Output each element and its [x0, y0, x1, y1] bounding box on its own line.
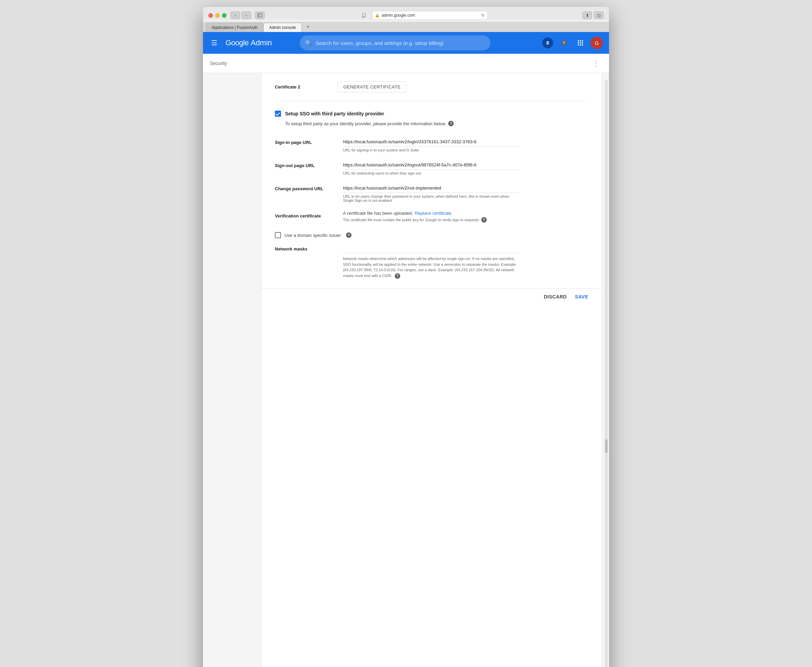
close-button[interactable]: [208, 13, 213, 18]
change-password-url-hint: URL to let users change their password i…: [343, 194, 520, 202]
svg-point-9: [577, 44, 579, 46]
discard-button[interactable]: DISCARD: [544, 294, 567, 299]
bookmark-button[interactable]: [360, 12, 369, 19]
hamburger-menu-button[interactable]: ☰: [208, 36, 220, 50]
signout-url-field-container: URL for redirecting users to when they s…: [343, 160, 520, 178]
address-bar-area: 🔒 admin.google.com ↻: [269, 11, 578, 20]
refresh-button[interactable]: ↻: [481, 13, 485, 18]
url-text: admin.google.com: [382, 13, 415, 18]
sso-title: Setup SSO with third party identity prov…: [285, 111, 384, 116]
svg-point-6: [577, 42, 579, 43]
svg-point-3: [577, 40, 579, 41]
tab-admin-console[interactable]: Admin console: [263, 23, 302, 32]
svg-rect-0: [258, 13, 262, 17]
back-button[interactable]: ‹: [231, 12, 240, 19]
signin-url-row: Sign-in page URL URL for signing in to y…: [275, 134, 588, 158]
replace-certificate-link[interactable]: Replace certificate: [415, 211, 451, 216]
breadcrumb: Security: [210, 61, 227, 66]
help-icon: ?: [561, 40, 567, 46]
tab-fusionauth[interactable]: Applications | FusionAuth: [206, 23, 263, 32]
change-password-url-label: Change password URL: [275, 183, 343, 191]
shield-icon: 8: [542, 37, 553, 48]
main-content: Certificate 2 GENERATE CERTIFICATE Setup…: [261, 73, 602, 667]
header-icons: 8 ? G: [541, 36, 604, 50]
tabs-bar: Applications | FusionAuth Admin console …: [203, 22, 609, 32]
page-body: Security ⋮ Certificate 2 GENERATE CERTIF…: [203, 54, 609, 667]
scrollbar-thumb[interactable]: [605, 439, 607, 453]
cert-hint-help-icon[interactable]: ?: [481, 217, 487, 222]
sidebar-toggle-button[interactable]: [255, 12, 265, 19]
right-spacer: [602, 73, 609, 667]
fullscreen-button[interactable]: ⊡: [594, 12, 604, 19]
traffic-lights: [208, 13, 226, 18]
signout-url-hint: URL for redirecting users to when they s…: [343, 171, 520, 175]
left-sidebar: [203, 73, 261, 667]
avatar[interactable]: G: [590, 36, 604, 50]
share-button[interactable]: ⬆: [582, 12, 592, 19]
signin-url-hint: URL for signing in to your system and G …: [343, 148, 520, 152]
change-password-url-field-container: URL to let users change their password i…: [343, 183, 520, 205]
signout-url-input[interactable]: [343, 160, 520, 170]
sso-description-help-icon[interactable]: ?: [448, 121, 454, 126]
sso-checkbox[interactable]: [275, 111, 281, 117]
generate-certificate-button[interactable]: GENERATE CERTIFICATE: [338, 81, 406, 93]
add-tab-button[interactable]: +: [303, 22, 313, 32]
form-fields: Sign-in page URL URL for signing in to y…: [275, 134, 588, 281]
help-button[interactable]: ?: [557, 36, 571, 50]
svg-rect-2: [363, 13, 365, 17]
google-admin-header: ☰ Google Admin 🔍 8 ?: [203, 32, 609, 54]
address-bar[interactable]: 🔒 admin.google.com ↻: [372, 11, 488, 20]
domain-issuer-label: Use a domain specific issuer: [285, 233, 341, 238]
cert-status-text: A certificate file has been uploaded.: [343, 211, 413, 216]
save-button[interactable]: SAVE: [575, 294, 588, 299]
sso-header: Setup SSO with third party identity prov…: [275, 111, 588, 117]
domain-issuer-checkbox[interactable]: [275, 232, 281, 238]
domain-issuer-help-icon[interactable]: ?: [346, 232, 351, 238]
title-bar: ‹ › 🔒 admin.google.com ↻ ⬆: [203, 7, 609, 20]
network-masks-hint: Network masks determine which addresses …: [343, 256, 520, 279]
svg-point-5: [582, 40, 583, 41]
network-masks-input[interactable]: [343, 244, 520, 253]
signout-url-label: Sign-out page URL: [275, 160, 343, 168]
signin-url-label: Sign-in page URL: [275, 137, 343, 145]
minimize-button[interactable]: [215, 13, 220, 18]
signin-url-input[interactable]: [343, 137, 520, 147]
form-footer: DISCARD SAVE: [261, 288, 602, 305]
certificate-label: Certificate 2: [275, 85, 329, 90]
user-avatar: G: [591, 37, 603, 49]
cert-file-hint: The certificate file must contain the pu…: [343, 217, 520, 222]
nav-buttons: ‹ ›: [231, 12, 251, 19]
signout-url-row: Sign-out page URL URL for redirecting us…: [275, 158, 588, 181]
certificate-section: Certificate 2 GENERATE CERTIFICATE: [261, 73, 602, 101]
toolbar-right: ⬆ ⊡: [582, 12, 604, 19]
browser-window: ‹ › 🔒 admin.google.com ↻ ⬆: [203, 7, 609, 667]
verification-cert-row: Verification certificate A certificate f…: [275, 208, 588, 225]
signin-url-field-container: URL for signing in to your system and G …: [343, 137, 520, 155]
google-text: Google: [225, 38, 249, 47]
forward-button[interactable]: ›: [241, 12, 251, 19]
lock-icon: 🔒: [375, 13, 380, 18]
network-masks-field-container: Network masks determine which addresses …: [343, 244, 520, 279]
svg-point-4: [580, 40, 581, 41]
apps-button[interactable]: [574, 36, 587, 50]
change-password-url-input[interactable]: [343, 183, 520, 193]
search-input[interactable]: [315, 40, 485, 46]
scrollbar-track: [605, 80, 607, 667]
admin-text: Admin: [251, 38, 272, 47]
maximize-button[interactable]: [222, 13, 226, 18]
svg-point-11: [582, 44, 583, 46]
more-options-button[interactable]: ⋮: [590, 58, 602, 69]
breadcrumb-bar: Security ⋮: [203, 54, 609, 73]
network-hint-help-icon[interactable]: ?: [395, 273, 400, 279]
sso-description: To setup third party as your identity pr…: [275, 121, 588, 126]
google-admin-logo: Google Admin: [225, 38, 272, 47]
search-icon: 🔍: [305, 40, 312, 46]
domain-issuer-row: Use a domain specific issuer ?: [275, 227, 588, 241]
network-masks-label: Network masks: [275, 244, 343, 252]
verification-cert-field-container: A certificate file has been uploaded. Re…: [343, 211, 520, 222]
content-layout: Certificate 2 GENERATE CERTIFICATE Setup…: [203, 73, 609, 667]
change-password-url-row: Change password URL URL to let users cha…: [275, 181, 588, 208]
verification-cert-label: Verification certificate: [275, 211, 343, 219]
shield-button[interactable]: 8: [541, 36, 554, 50]
search-bar[interactable]: 🔍: [300, 35, 491, 50]
